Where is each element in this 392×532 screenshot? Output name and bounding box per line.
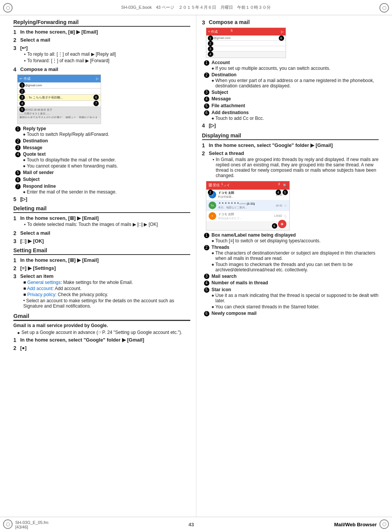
gmail-annot-6: 6 Newly compose mail <box>204 311 379 316</box>
ss-g-num-2: 2 <box>208 190 213 195</box>
header-bar: SH-03G_E.book 43 ページ ２０１５年４月６日 月曜日 午前１０時… <box>0 0 392 15</box>
ss-num-4: 4 <box>19 101 25 106</box>
step-4-reply: 4 Compose a mail <box>13 66 190 73</box>
footer-left: SH-03G_E_05.fm [43/46] <box>15 520 48 529</box>
annot-3: 3 Message <box>15 145 190 151</box>
ss-num-5: 5 <box>19 107 25 112</box>
step-1-delete: 1 In the home screen, [⊞] ▶ [Email] •To … <box>13 215 190 228</box>
compose-annot-3: 3 Subject <box>204 90 379 95</box>
setting-item-addaccount: ■ Add account: Add account. <box>23 286 190 291</box>
step-1-setting: 1 In the home screen, [⊞] ▶ [Email] <box>13 257 190 263</box>
ss-num-7: 7 <box>93 101 99 106</box>
compose-annot-5: 5 File attachment <box>204 103 379 109</box>
step-2-delete: 2 Select a mail <box>13 230 190 236</box>
compose-annot-2: 2 Destination ●When you enter part of a … <box>204 72 379 89</box>
left-column: Replying/Forwarding mail 1 In the home s… <box>11 15 196 517</box>
gmail-step-1: 1 In the home screen, select "Google" fo… <box>13 337 190 343</box>
step-1-reply: 1 In the home screen, [⊞] ▶ [Email] <box>13 29 190 35</box>
display-step-2: 2 Select a thread • In Gmail, mails are … <box>202 150 379 179</box>
section-deleting-heading: Deleting mail <box>13 205 190 213</box>
ss-g-num-4: 4 <box>276 190 281 195</box>
ss-r-num-3: 3 <box>208 46 213 52</box>
compose-annotations: 1 Account ●If you set up multiple accoun… <box>204 60 379 121</box>
annot-1: 1 Reply type ●Touch to switch Reply/Repl… <box>15 126 190 137</box>
display-step-1: 1 In the home screen, select "Google" fo… <box>202 142 379 148</box>
gmail-annot-3: 3 Mail search <box>204 274 379 279</box>
section-replying-heading: Replying/Forwarding mail <box>13 19 190 27</box>
step-3-reply: 3 [↩] •To reply to all: [⋮] of each mail… <box>13 45 190 64</box>
gmail-intro-bold: Gmail is a mail service provided by Goog… <box>13 323 190 328</box>
ss-r-num-4: 4 <box>208 52 213 57</box>
annot-5: 5 Mail of sender <box>15 170 190 176</box>
screenshot-reply: ↩ 作成 ▷ ○○○@gmail.com 宛先 件名：To こちら着ダチ長距離.… <box>17 74 101 124</box>
step-3-setting: 3 Select an item ■ General settings: Mak… <box>13 273 190 310</box>
screenshot-gmail: ☰ 受信トレイ 🔍 ド ドコモ 太郎 料金明細書... 18:32 ☆ To ＊… <box>206 181 290 231</box>
right-column: 3 Compose a mail + 作成 ▷ ○○○@gmail.com 宛先… <box>196 15 381 517</box>
annot-2: 2 Destination <box>15 138 190 144</box>
ss-g-num-5: 5 <box>283 190 288 195</box>
ss-num-3: 3 <box>19 95 25 100</box>
ss-num-1: 1 <box>19 82 25 88</box>
fab-button[interactable]: + <box>278 220 286 228</box>
ss-num-6: 6 <box>93 95 99 100</box>
ss-g-num-6: 6 <box>272 223 277 229</box>
annot-6: 6 Subject <box>15 177 190 182</box>
compose-annot-6: 6 Add destinations ●Touch to add Cc or B… <box>204 110 379 121</box>
gmail-step-2: 2 [●] <box>13 345 190 351</box>
main-content: Replying/Forwarding mail 1 In the home s… <box>11 15 381 517</box>
right-step4: 4 [▷] <box>202 123 379 129</box>
ss-r-num-5: 5 <box>229 28 235 33</box>
step-5-reply: 5 [▷] <box>13 196 190 202</box>
step-2-reply: 2 Select a mail <box>13 37 190 43</box>
gmail-display-annotations: 1 Box name/Label name being displayed ●T… <box>204 232 379 316</box>
ss-r-num-6: 6 <box>279 35 284 41</box>
ss-num-2: 2 <box>19 89 25 94</box>
right-step3-compose: 3 Compose a mail <box>202 19 379 26</box>
ss-r-num-2: 2 <box>208 41 213 46</box>
gmail-annot-2: 2 Threads ●The characters of destination… <box>204 245 379 272</box>
setting-item-general: ■ General settings: Make settings for th… <box>23 280 190 285</box>
section-displaying-heading: Displaying mail <box>202 132 379 140</box>
step3-bullets: •To reply to all: [⋮] of each mail ▶ [Re… <box>24 52 190 64</box>
page-number: 43 <box>188 522 194 527</box>
screenshot-compose: + 作成 ▷ ○○○@gmail.com 宛先 件名 作成 5 1 2 3 4 … <box>206 27 286 58</box>
step-3-delete: 3 [□] ▶ [OK] <box>13 238 190 244</box>
gmail-section-heading: Gmail <box>13 313 190 321</box>
section-setting-heading: Setting Email <box>13 247 190 255</box>
reply-annotations: 1 Reply type ●Touch to switch Reply/Repl… <box>15 126 190 195</box>
ss-r-num-1: 1 <box>208 35 213 41</box>
page-category: Mail/Web Browser <box>334 522 377 527</box>
compose-annot-4: 4 Message <box>204 96 379 102</box>
gmail-annot-1: 1 Box name/Label name being displayed ●T… <box>204 232 379 243</box>
annot-4: 4 Quote text ●Touch to display/hide the … <box>15 152 190 169</box>
footer-bar: SH-03G_E_05.fm [43/46] 43 Mail/Web Brows… <box>0 517 392 532</box>
setting-item-privacy: ■ Privacy policy: Check the privacy poli… <box>23 292 190 297</box>
gmail-annot-5: 5 Star icon ●Use it as a mark indicating… <box>204 287 379 310</box>
compose-annot-1: 1 Account ●If you set up multiple accoun… <box>204 60 379 71</box>
ss-g-num-1: 1 <box>220 181 225 187</box>
annot-7: 7 Respond inline ●Enter the mail of the … <box>15 184 190 195</box>
ss-g-num-3: 3 <box>276 181 282 187</box>
setting-item-account-detail: • Select an account to make settings for… <box>23 298 190 309</box>
gmail-annot-4: 4 Number of mails in thread <box>204 280 379 286</box>
header-text: SH-03G_E.book 43 ページ ２０１５年４月６日 月曜日 午前１０時… <box>121 5 271 10</box>
step-2-setting: 2 [≡] ▶ [Settings] <box>13 265 190 271</box>
